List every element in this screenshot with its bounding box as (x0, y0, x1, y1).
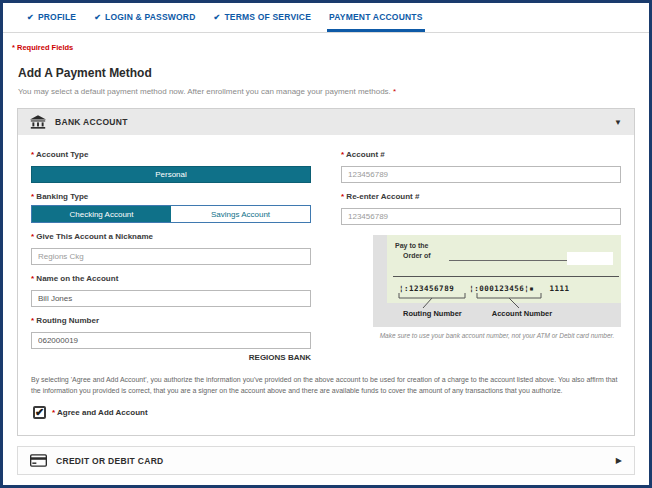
tab-label: PAYMENT ACCOUNTS (329, 12, 423, 22)
tab-label: TERMS OF SERVICE (224, 12, 311, 22)
credit-debit-card-section: CREDIT OR DEBIT CARD ▶ (17, 446, 635, 475)
name-on-account-label: * Name on the Account (31, 274, 311, 283)
required-asterisk: * (12, 43, 15, 52)
credit-debit-card-title: CREDIT OR DEBIT CARD (56, 456, 607, 466)
tab-profile[interactable]: ✔ PROFILE (25, 3, 78, 32)
required-fields-text: Required Fields (17, 43, 73, 52)
field-asterisk: * (31, 274, 34, 283)
check-icon: ✔ (27, 13, 34, 22)
label-text: Account # (346, 150, 385, 159)
account-type-label: * Account Type (31, 150, 311, 159)
check-order-of-text: Order of (403, 252, 431, 259)
bank-account-body: * Account Type Personal * Banking Type C… (18, 135, 634, 435)
label-text: Name on the Account (36, 274, 118, 283)
required-fields-note: * Required Fields (3, 33, 649, 52)
check-memo-line (393, 276, 619, 277)
checkbox-check-icon: ✔ (35, 407, 44, 418)
label-text: Account Type (36, 150, 88, 159)
field-asterisk: * (52, 408, 55, 417)
check-captions: Routing Number Account Number (373, 309, 621, 318)
reenter-account-input[interactable] (341, 208, 621, 225)
agree-checkbox[interactable]: ✔ (33, 406, 46, 419)
micr-account: ¦:000123456¦▪ (469, 284, 534, 293)
check-icon: ✔ (94, 13, 101, 22)
field-asterisk: * (341, 150, 344, 159)
tab-login-password[interactable]: ✔ LOGIN & PASSWORD (92, 3, 197, 32)
reenter-account-label: * Re-enter Account # (341, 192, 621, 201)
banking-type-label: * Banking Type (31, 192, 311, 201)
savings-account-button[interactable]: Savings Account (171, 206, 310, 222)
tab-payment-accounts[interactable]: PAYMENT ACCOUNTS (327, 3, 425, 32)
payment-accounts-page: { "asterisk": "*", "icons": { "check_gly… (0, 0, 652, 488)
banking-type-toggle-group: Checking Account Savings Account (31, 205, 311, 223)
bank-account-section: BANK ACCOUNT ▼ * Account Type Personal *… (17, 108, 635, 436)
nickname-label: * Give This Account a Nickname (31, 232, 311, 241)
account-type-personal-button[interactable]: Personal (31, 166, 311, 183)
subtitle-asterisk: * (393, 87, 396, 96)
label-text: Give This Account a Nickname (36, 232, 153, 241)
agree-label: * Agree and Add Account (52, 408, 148, 417)
authorization-text: By selecting 'Agree and Add Account', yo… (31, 374, 621, 396)
bank-account-title: BANK ACCOUNT (55, 117, 605, 127)
check-note: Make sure to use your bank account numbe… (373, 332, 621, 339)
field-asterisk: * (31, 316, 34, 325)
check-payee-line (449, 260, 577, 261)
agree-label-text: Agree and Add Account (57, 408, 148, 417)
routing-number-input[interactable] (31, 332, 311, 349)
micr-routing: ¦:123456789 (399, 284, 454, 293)
agree-row: ✔ * Agree and Add Account (33, 406, 621, 419)
chevron-down-icon[interactable]: ▼ (614, 118, 622, 127)
account-number-label: * Account # (341, 150, 621, 159)
credit-card-icon (30, 454, 47, 467)
sample-check-image: Pay to the Order of ¦:123456789 ¦:000123… (373, 235, 621, 339)
bank-form-right-column: * Account # * Re-enter Account # Pay to … (341, 147, 621, 362)
page-subtitle: You may select a default payment method … (3, 80, 649, 96)
account-number-caption: Account Number (492, 309, 552, 318)
field-asterisk: * (31, 192, 34, 201)
page-title: Add A Payment Method (3, 52, 649, 80)
label-text: Routing Number (36, 316, 99, 325)
check-micr-line: ¦:123456789 ¦:000123456¦▪ 1111 (399, 284, 579, 293)
resolved-bank-name: REGIONS BANK (31, 353, 311, 362)
tab-terms-of-service[interactable]: ✔ TERMS OF SERVICE (211, 3, 313, 32)
label-text: Banking Type (36, 192, 88, 201)
bank-form-left-column: * Account Type Personal * Banking Type C… (31, 147, 311, 362)
tab-label: LOGIN & PASSWORD (105, 12, 195, 22)
routing-number-label: * Routing Number (31, 316, 311, 325)
field-asterisk: * (31, 150, 34, 159)
field-asterisk: * (31, 232, 34, 241)
account-number-input[interactable] (341, 166, 621, 183)
check-amount-box (567, 252, 613, 265)
credit-debit-card-header[interactable]: CREDIT OR DEBIT CARD ▶ (18, 447, 634, 474)
tab-label: PROFILE (38, 12, 76, 22)
enrollment-tabbar: ✔ PROFILE ✔ LOGIN & PASSWORD ✔ TERMS OF … (3, 3, 649, 33)
bank-account-header[interactable]: BANK ACCOUNT ▼ (18, 109, 634, 135)
name-on-account-input[interactable] (31, 290, 311, 307)
checking-account-button[interactable]: Checking Account (32, 206, 171, 222)
micr-check-number: 1111 (549, 284, 569, 293)
check-icon: ✔ (213, 13, 220, 22)
routing-number-caption: Routing Number (403, 309, 462, 318)
nickname-input[interactable] (31, 248, 311, 265)
check-pay-to-text: Pay to the (395, 242, 428, 249)
chevron-right-icon[interactable]: ▶ (616, 456, 622, 465)
page-subtitle-text: You may select a default payment method … (18, 87, 391, 96)
label-text: Re-enter Account # (346, 192, 419, 201)
field-asterisk: * (341, 192, 344, 201)
bank-icon (30, 115, 46, 129)
